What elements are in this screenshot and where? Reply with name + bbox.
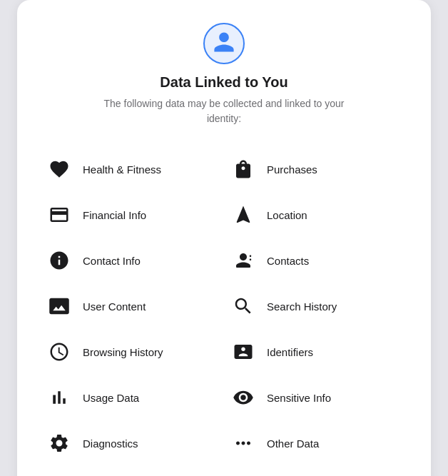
page-subtitle: The following data may be collected and …: [103, 96, 345, 126]
item-label-identifiers: Identifiers: [267, 346, 313, 358]
item-label-financial-info: Financial Info: [83, 209, 146, 221]
item-financial-info: Financial Info: [40, 192, 224, 238]
item-usage-data: Usage Data: [40, 375, 224, 420]
item-label-contact-info: Contact Info: [83, 255, 141, 267]
creditcard-icon: [46, 201, 73, 228]
item-diagnostics: Diagnostics: [40, 420, 224, 466]
item-label-contacts: Contacts: [267, 255, 309, 267]
info-icon: [46, 247, 73, 274]
item-user-content: User Content: [40, 283, 224, 329]
heart-icon: [46, 156, 73, 183]
eye-icon: [230, 384, 257, 411]
item-browsing-history: Browsing History: [40, 329, 224, 375]
item-health-fitness: Health & Fitness: [40, 146, 224, 192]
contacts-icon: [230, 247, 257, 274]
item-search-history: Search History: [224, 283, 408, 329]
item-contact-info: Contact Info: [40, 238, 224, 283]
page-title: Data Linked to You: [160, 74, 287, 91]
data-grid: Health & FitnessPurchasesFinancial InfoL…: [40, 146, 408, 466]
person-icon: [212, 30, 236, 57]
item-sensitive-info: Sensitive Info: [224, 375, 408, 420]
barchart-icon: [46, 384, 73, 411]
card: Data Linked to You The following data ma…: [17, 0, 431, 476]
dots-icon: [230, 430, 257, 457]
header: Data Linked to You The following data ma…: [40, 23, 408, 126]
gear-icon: [46, 430, 73, 457]
item-label-user-content: User Content: [83, 300, 146, 313]
item-other-data: Other Data: [224, 420, 408, 466]
idcard-icon: [230, 338, 257, 365]
clock-icon: [46, 338, 73, 365]
item-label-search-history: Search History: [267, 300, 337, 313]
photo-icon: [46, 293, 73, 320]
item-location: Location: [224, 192, 408, 238]
item-purchases: Purchases: [224, 146, 408, 192]
item-label-browsing-history: Browsing History: [83, 346, 163, 358]
item-label-health-fitness: Health & Fitness: [83, 163, 161, 176]
item-label-usage-data: Usage Data: [83, 392, 139, 404]
avatar: [203, 23, 245, 64]
item-identifiers: Identifiers: [224, 329, 408, 375]
item-contacts: Contacts: [224, 238, 408, 283]
item-label-purchases: Purchases: [267, 163, 317, 176]
item-label-sensitive-info: Sensitive Info: [267, 392, 331, 404]
item-label-diagnostics: Diagnostics: [83, 437, 138, 450]
search-icon: [230, 293, 257, 320]
location-icon: [230, 201, 257, 228]
item-label-location: Location: [267, 209, 307, 221]
bag-icon: [230, 156, 257, 183]
item-label-other-data: Other Data: [267, 437, 319, 450]
